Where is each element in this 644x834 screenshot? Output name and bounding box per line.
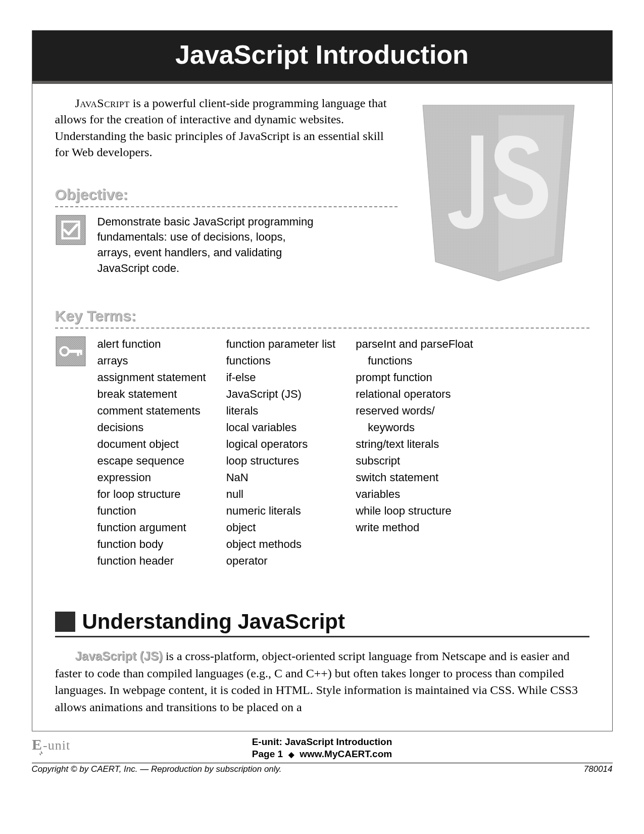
section-heading: Understanding JavaScript bbox=[55, 610, 589, 637]
key-term: null bbox=[226, 486, 335, 502]
key-term: subscript bbox=[356, 452, 473, 469]
key-terms-heading: Key Terms: bbox=[55, 307, 589, 329]
key-term: keywords bbox=[356, 419, 473, 436]
key-term: literals bbox=[226, 402, 335, 419]
key-term: functions bbox=[356, 352, 473, 369]
content-body: JavaScript is a powerful client-side pro… bbox=[32, 84, 612, 731]
key-term: if-else bbox=[226, 369, 335, 386]
footer-page-number: 1 bbox=[278, 749, 283, 759]
footer-page-label: Page bbox=[252, 749, 275, 759]
key-term: string/text literals bbox=[356, 436, 473, 452]
key-term: function header bbox=[97, 552, 206, 569]
key-term: prompt function bbox=[356, 369, 473, 386]
key-term: assignment statement bbox=[97, 369, 206, 386]
key-term: switch statement bbox=[356, 469, 473, 486]
key-terms-column: function parameter listfunctionsif-elseJ… bbox=[226, 336, 335, 569]
section-heading-text: Understanding JavaScript bbox=[82, 610, 345, 634]
key-term: parseInt and parseFloat bbox=[356, 336, 473, 352]
key-term: JavaScript (JS) bbox=[226, 386, 335, 402]
key-term: document object bbox=[97, 436, 206, 452]
svg-rect-7 bbox=[67, 350, 81, 353]
intro-row: JavaScript is a powerful client-side pro… bbox=[55, 95, 589, 287]
key-term: local variables bbox=[226, 419, 335, 436]
footer-page-line: Page 1 ◆ www.MyCAERT.com bbox=[252, 748, 392, 761]
key-icon bbox=[55, 336, 86, 367]
key-term: comment statements bbox=[97, 402, 206, 419]
key-term: alert function bbox=[97, 336, 206, 352]
key-term: for loop structure bbox=[97, 486, 206, 502]
key-term: numeric literals bbox=[226, 502, 335, 519]
footer-bottom: Copyright © by CAERT, Inc. — Reproductio… bbox=[32, 763, 613, 774]
intro-smallcaps: JavaScript bbox=[75, 97, 130, 110]
document-code: 780014 bbox=[584, 764, 613, 774]
key-term: functions bbox=[226, 352, 335, 369]
content-frame: JavaScript Introduction JavaScript is a … bbox=[32, 30, 613, 731]
document-title: JavaScript Introduction bbox=[32, 30, 612, 84]
key-terms-block: alert functionarraysassignment statement… bbox=[55, 336, 589, 569]
objective-heading: Objective: bbox=[55, 186, 398, 207]
key-term: arrays bbox=[97, 352, 206, 369]
footer-site: www.MyCAERT.com bbox=[300, 749, 392, 759]
svg-text:-unit: -unit bbox=[43, 738, 70, 753]
key-term: loop structures bbox=[226, 452, 335, 469]
key-terms-columns: alert functionarraysassignment statement… bbox=[97, 336, 473, 569]
key-term: object bbox=[226, 519, 335, 536]
key-term: function body bbox=[97, 536, 206, 552]
section-bullet-icon bbox=[55, 612, 75, 632]
eunit-logo: E -unit bbox=[32, 732, 97, 757]
term-emphasis: JavaScript (JS) bbox=[75, 649, 163, 663]
intro-column: JavaScript is a powerful client-side pro… bbox=[55, 95, 398, 276]
diamond-icon: ◆ bbox=[288, 750, 294, 759]
objective-block: Demonstrate basic JavaScript programming… bbox=[55, 214, 398, 276]
key-terms-column: alert functionarraysassignment statement… bbox=[97, 336, 206, 569]
key-term: operator bbox=[226, 552, 335, 569]
key-term: relational operators bbox=[356, 386, 473, 402]
key-terms-column: parseInt and parseFloatfunctionsprompt f… bbox=[356, 336, 473, 569]
key-term: NaN bbox=[226, 469, 335, 486]
copyright-text: Copyright © by CAERT, Inc. — Reproductio… bbox=[32, 764, 282, 774]
key-term: object methods bbox=[226, 536, 335, 552]
key-term: write method bbox=[356, 519, 473, 536]
checkbox-icon bbox=[55, 214, 86, 246]
key-term: variables bbox=[356, 486, 473, 502]
key-term: decisions bbox=[97, 419, 206, 436]
key-term: expression bbox=[97, 469, 206, 486]
page-footer: E -unit E-unit: JavaScript Introduction … bbox=[32, 734, 613, 774]
svg-rect-9 bbox=[80, 350, 82, 355]
key-term: function bbox=[97, 502, 206, 519]
footer-unit-title: E-unit: JavaScript Introduction bbox=[252, 736, 392, 749]
key-term: function parameter list bbox=[226, 336, 335, 352]
key-term: logical operators bbox=[226, 436, 335, 452]
js-logo-icon bbox=[408, 95, 589, 287]
svg-rect-8 bbox=[77, 350, 79, 356]
key-term: escape sequence bbox=[97, 452, 206, 469]
page: JavaScript Introduction JavaScript is a … bbox=[0, 0, 644, 834]
key-term: while loop structure bbox=[356, 502, 473, 519]
svg-text:E: E bbox=[32, 736, 42, 753]
intro-paragraph: JavaScript is a powerful client-side pro… bbox=[55, 95, 398, 161]
section-paragraph: JavaScript (JS) is a cross-platform, obj… bbox=[55, 647, 589, 716]
objective-text: Demonstrate basic JavaScript programming… bbox=[97, 214, 315, 276]
footer-center: E-unit: JavaScript Introduction Page 1 ◆… bbox=[252, 736, 392, 761]
footer-top: E -unit E-unit: JavaScript Introduction … bbox=[32, 734, 613, 762]
key-term: reserved words/ bbox=[356, 402, 473, 419]
key-term: break statement bbox=[97, 386, 206, 402]
key-term: function argument bbox=[97, 519, 206, 536]
